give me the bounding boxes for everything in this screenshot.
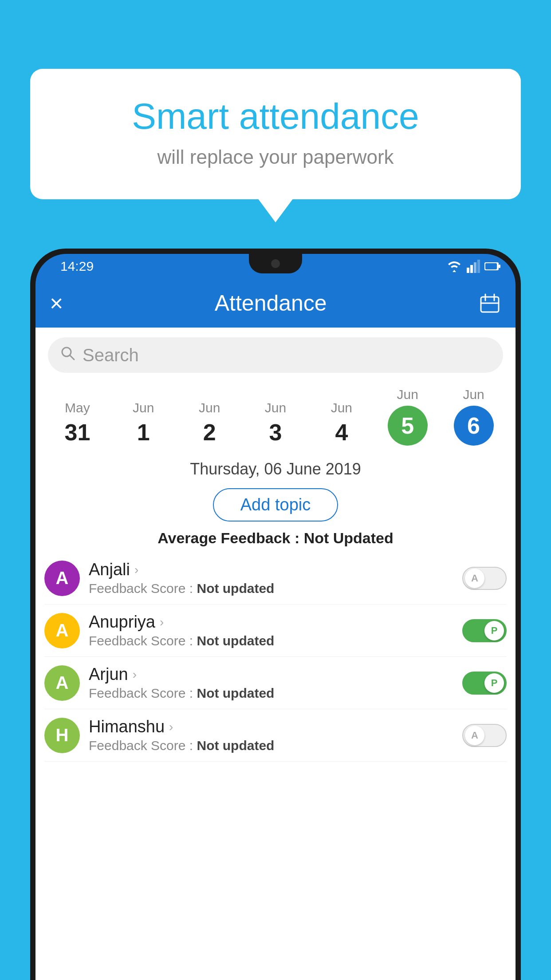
student-item[interactable]: AAnupriya ›Feedback Score : Not updatedP bbox=[44, 605, 507, 657]
student-info: Anupriya ›Feedback Score : Not updated bbox=[89, 612, 453, 648]
search-icon bbox=[60, 346, 75, 365]
date-month: May bbox=[65, 400, 90, 415]
avatar: H bbox=[44, 718, 80, 753]
toggle-knob: P bbox=[484, 673, 504, 693]
selected-date-label: Thursday, 06 June 2019 bbox=[35, 452, 516, 484]
date-day: 2 bbox=[203, 419, 216, 446]
avg-feedback-label: Average Feedback : bbox=[157, 530, 303, 546]
chevron-icon: › bbox=[160, 615, 164, 629]
attendance-toggle[interactable]: A bbox=[462, 724, 507, 747]
student-name: Arjun › bbox=[89, 665, 453, 684]
svg-line-12 bbox=[70, 356, 74, 360]
svg-rect-6 bbox=[485, 263, 497, 269]
date-item-1[interactable]: Jun1 bbox=[110, 400, 177, 452]
avatar: A bbox=[44, 665, 80, 701]
speech-bubble: Smart attendance will replace your paper… bbox=[30, 69, 521, 199]
svg-rect-7 bbox=[481, 297, 499, 312]
attendance-toggle[interactable]: P bbox=[462, 619, 507, 642]
chevron-icon: › bbox=[134, 563, 138, 577]
date-month: Jun bbox=[265, 400, 286, 415]
wifi-icon bbox=[446, 260, 462, 273]
svg-rect-0 bbox=[467, 268, 469, 273]
status-icons bbox=[446, 260, 501, 273]
close-button[interactable]: × bbox=[50, 290, 63, 316]
phone-notch bbox=[249, 254, 302, 273]
date-month: Jun bbox=[331, 400, 352, 415]
date-month: Jun bbox=[463, 387, 484, 402]
avg-feedback-value: Not Updated bbox=[304, 530, 394, 546]
svg-rect-1 bbox=[470, 265, 473, 273]
student-name: Anjali › bbox=[89, 560, 453, 579]
date-day: 31 bbox=[65, 419, 91, 446]
chevron-icon: › bbox=[169, 720, 173, 734]
svg-rect-3 bbox=[477, 260, 480, 273]
date-day: 1 bbox=[137, 419, 150, 446]
speech-bubble-container: Smart attendance will replace your paper… bbox=[30, 69, 521, 199]
svg-rect-5 bbox=[499, 265, 500, 268]
calendar-icon[interactable] bbox=[478, 292, 501, 315]
date-day-circle: 5 bbox=[388, 406, 428, 446]
date-month: Jun bbox=[133, 400, 154, 415]
feedback-score: Feedback Score : Not updated bbox=[89, 686, 453, 701]
date-item-2[interactable]: Jun2 bbox=[177, 400, 243, 452]
date-item-3[interactable]: Jun3 bbox=[243, 400, 309, 452]
toggle-knob: A bbox=[465, 569, 484, 588]
date-month: Jun bbox=[397, 387, 418, 402]
date-item-31[interactable]: May31 bbox=[44, 400, 110, 452]
student-name: Anupriya › bbox=[89, 612, 453, 632]
avatar: A bbox=[44, 613, 80, 648]
toggle-wrap[interactable]: P bbox=[462, 672, 507, 695]
battery-icon bbox=[484, 261, 501, 272]
student-list: AAnjali ›Feedback Score : Not updatedAAA… bbox=[35, 552, 516, 762]
date-row: May31Jun1Jun2Jun3Jun4Jun5Jun6 bbox=[35, 383, 516, 452]
student-item[interactable]: AAnjali ›Feedback Score : Not updatedA bbox=[44, 552, 507, 605]
date-day: 3 bbox=[269, 419, 282, 446]
bubble-title: Smart attendance bbox=[66, 95, 485, 137]
search-bar[interactable]: Search bbox=[48, 337, 503, 373]
status-time: 14:29 bbox=[50, 259, 94, 274]
phone-inner: 14:29 bbox=[35, 254, 516, 980]
search-input[interactable]: Search bbox=[83, 345, 139, 365]
student-info: Himanshu ›Feedback Score : Not updated bbox=[89, 717, 453, 753]
toggle-wrap[interactable]: P bbox=[462, 619, 507, 642]
signal-icon bbox=[467, 260, 480, 273]
toggle-wrap[interactable]: A bbox=[462, 567, 507, 590]
student-info: Anjali ›Feedback Score : Not updated bbox=[89, 560, 453, 596]
student-name: Himanshu › bbox=[89, 717, 453, 736]
camera bbox=[271, 259, 280, 268]
avg-feedback: Average Feedback : Not Updated bbox=[35, 530, 516, 547]
student-item[interactable]: HHimanshu ›Feedback Score : Not updatedA bbox=[44, 709, 507, 762]
svg-rect-2 bbox=[474, 262, 476, 273]
toggle-knob: P bbox=[484, 621, 504, 640]
phone-frame: 14:29 bbox=[30, 249, 521, 980]
toggle-knob: A bbox=[465, 726, 484, 745]
chevron-icon: › bbox=[133, 668, 137, 682]
toggle-wrap[interactable]: A bbox=[462, 724, 507, 747]
attendance-toggle[interactable]: A bbox=[462, 567, 507, 590]
date-day: 4 bbox=[335, 419, 348, 446]
bubble-subtitle: will replace your paperwork bbox=[66, 146, 485, 168]
date-item-6[interactable]: Jun6 bbox=[441, 387, 507, 452]
student-info: Arjun ›Feedback Score : Not updated bbox=[89, 665, 453, 701]
app-bar: × Attendance bbox=[35, 279, 516, 328]
feedback-score: Feedback Score : Not updated bbox=[89, 633, 453, 648]
avatar: A bbox=[44, 561, 80, 596]
app-bar-title: Attendance bbox=[215, 290, 327, 316]
date-item-5[interactable]: Jun5 bbox=[374, 387, 441, 452]
add-topic-button[interactable]: Add topic bbox=[213, 488, 338, 522]
screen-content: Search May31Jun1Jun2Jun3Jun4Jun5Jun6 Thu… bbox=[35, 328, 516, 980]
feedback-score: Feedback Score : Not updated bbox=[89, 581, 453, 596]
date-month: Jun bbox=[199, 400, 220, 415]
attendance-toggle[interactable]: P bbox=[462, 672, 507, 695]
date-day-circle: 6 bbox=[454, 406, 494, 446]
feedback-score: Feedback Score : Not updated bbox=[89, 738, 453, 753]
date-item-4[interactable]: Jun4 bbox=[308, 400, 374, 452]
student-item[interactable]: AArjun ›Feedback Score : Not updatedP bbox=[44, 657, 507, 709]
